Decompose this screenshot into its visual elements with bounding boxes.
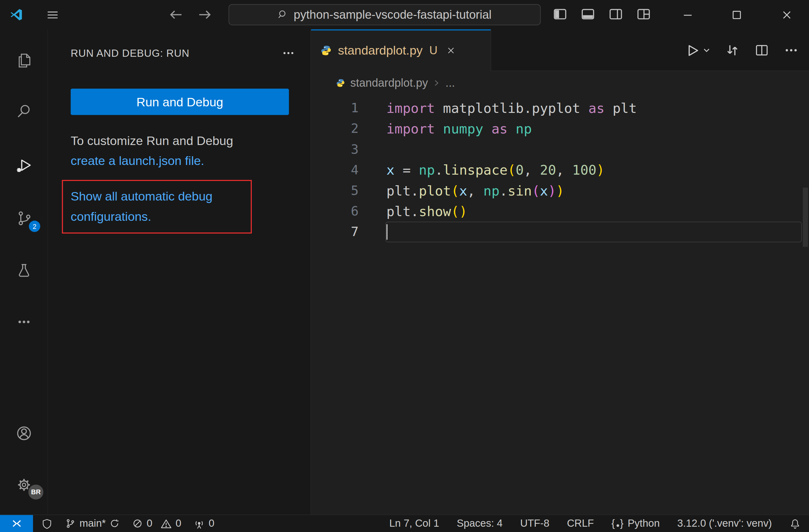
vscode-logo-icon bbox=[10, 8, 23, 22]
line-content bbox=[359, 222, 388, 242]
sync-icon bbox=[109, 518, 120, 529]
account-item[interactable] bbox=[0, 419, 48, 447]
line-content bbox=[359, 139, 386, 160]
customize-layout-button[interactable] bbox=[636, 6, 651, 22]
workspace-trust-button[interactable] bbox=[41, 518, 52, 529]
show-auto-debug-configs-link[interactable]: Show all automatic debug configurations. bbox=[71, 186, 243, 226]
layout-controls bbox=[552, 6, 651, 22]
code-line[interactable]: 1import matplotlib.pyplot as plt bbox=[311, 98, 809, 119]
run-python-file-button[interactable] bbox=[685, 42, 710, 58]
toggle-secondary-sidebar-button[interactable] bbox=[608, 6, 624, 22]
account-icon bbox=[15, 424, 33, 442]
language-name: Python bbox=[628, 518, 660, 530]
code-line[interactable]: 6plt.show() bbox=[311, 201, 809, 222]
beaker-icon bbox=[15, 262, 32, 279]
python-file-icon bbox=[321, 45, 332, 56]
line-number: 5 bbox=[311, 180, 359, 201]
status-problems[interactable]: 0 0 bbox=[132, 518, 182, 530]
status-bar: main* 0 0 0 Ln 7, Col 1 Spaces: 4 UTF-8 bbox=[0, 515, 809, 532]
code-editor[interactable]: 1import matplotlib.pyplot as plt2import … bbox=[311, 95, 809, 515]
ellipsis-icon bbox=[15, 313, 32, 330]
sidebar-header: RUN AND DEBUG: RUN bbox=[71, 43, 295, 63]
remote-indicator-button[interactable] bbox=[0, 515, 33, 532]
customize-hint: To customize Run and Debug create a laun… bbox=[71, 130, 293, 171]
split-editor-button[interactable] bbox=[754, 43, 769, 58]
code-line[interactable]: 5plt.plot(x, np.sin(x)) bbox=[311, 180, 809, 201]
bell-icon bbox=[789, 518, 801, 529]
maximize-button[interactable] bbox=[722, 0, 751, 29]
current-line-highlight bbox=[385, 222, 802, 242]
status-indentation[interactable]: Spaces: 4 bbox=[457, 518, 503, 530]
code-line[interactable]: 2import numpy as np bbox=[311, 119, 809, 139]
text-cursor bbox=[386, 224, 388, 240]
minimize-button[interactable] bbox=[673, 0, 702, 29]
status-language[interactable]: {} Python bbox=[612, 518, 660, 530]
breadcrumb-file[interactable]: standardplot.py bbox=[350, 76, 428, 90]
sidebar-title: RUN AND DEBUG: RUN bbox=[71, 47, 190, 59]
forward-button[interactable] bbox=[196, 6, 213, 23]
line-number: 7 bbox=[311, 222, 359, 242]
line-number: 2 bbox=[311, 119, 359, 139]
title-bar: python-sample-vscode-fastapi-tutorial bbox=[0, 0, 809, 29]
warnings-icon bbox=[161, 518, 172, 529]
more-views-item[interactable] bbox=[0, 307, 48, 336]
status-bar-left: main* 0 0 0 bbox=[0, 515, 214, 532]
error-count: 0 bbox=[147, 518, 152, 530]
settings-item[interactable]: BR bbox=[0, 470, 48, 499]
breadcrumb[interactable]: standardplot.py ... bbox=[311, 71, 809, 95]
tab-filename: standardplot.py bbox=[338, 43, 423, 57]
status-bar-right: Ln 7, Col 1 Spaces: 4 UTF-8 CRLF {} Pyth… bbox=[389, 515, 809, 532]
open-changes-button[interactable] bbox=[725, 43, 740, 58]
annotation-red-box: Show all automatic debug configurations. bbox=[62, 180, 252, 234]
code-line[interactable]: 7 bbox=[311, 222, 809, 242]
breadcrumb-symbol[interactable]: ... bbox=[446, 76, 455, 90]
menu-button[interactable] bbox=[46, 8, 60, 22]
line-content: x = np.linspace(0, 20, 100) bbox=[359, 160, 604, 180]
main-area: 2 BR RUN AND DEBUG: RUN bbox=[0, 29, 809, 515]
run-and-debug-button[interactable]: Run and Debug bbox=[71, 89, 289, 115]
status-python-interpreter[interactable]: 3.12.0 ('.venv': venv) bbox=[677, 518, 772, 530]
explorer-item[interactable] bbox=[0, 46, 48, 75]
search-icon bbox=[15, 102, 32, 120]
notifications-bell-button[interactable] bbox=[789, 518, 801, 529]
create-launch-json-link[interactable]: create a launch.json file. bbox=[71, 154, 204, 168]
line-content: import numpy as np bbox=[359, 119, 532, 139]
run-debug-item[interactable] bbox=[0, 150, 48, 180]
line-number: 4 bbox=[311, 160, 359, 180]
views-more-actions-button[interactable] bbox=[282, 47, 295, 60]
search-icon bbox=[278, 10, 289, 20]
close-button[interactable] bbox=[773, 0, 802, 29]
activity-bar: 2 BR bbox=[0, 29, 48, 515]
search-item[interactable] bbox=[0, 96, 48, 125]
errors-icon bbox=[132, 518, 143, 529]
code-line[interactable]: 3 bbox=[311, 139, 809, 160]
status-ports[interactable]: 0 bbox=[194, 518, 214, 530]
branch-name: main* bbox=[80, 518, 106, 530]
ports-count: 0 bbox=[209, 518, 214, 530]
chevron-right-icon bbox=[433, 79, 440, 87]
tab-standardplot-py[interactable]: standardplot.py U bbox=[311, 29, 491, 71]
back-button[interactable] bbox=[168, 6, 185, 23]
status-encoding[interactable]: UTF-8 bbox=[520, 518, 549, 530]
search-text: python-sample-vscode-fastapi-tutorial bbox=[294, 8, 492, 22]
code-line[interactable]: 4x = np.linspace(0, 20, 100) bbox=[311, 160, 809, 180]
status-line-col[interactable]: Ln 7, Col 1 bbox=[389, 518, 439, 530]
run-debug-sidebar: RUN AND DEBUG: RUN Run and Debug To cust… bbox=[48, 29, 311, 515]
editor-scrollbar[interactable] bbox=[803, 188, 808, 247]
customize-hint-text: To customize Run and Debug bbox=[71, 134, 234, 147]
more-actions-button[interactable] bbox=[784, 43, 799, 58]
command-center-search[interactable]: python-sample-vscode-fastapi-tutorial bbox=[229, 4, 541, 25]
source-control-item[interactable]: 2 bbox=[0, 203, 48, 233]
status-branch[interactable]: main* bbox=[65, 518, 120, 530]
testing-item[interactable] bbox=[0, 256, 48, 285]
status-eol[interactable]: CRLF bbox=[567, 518, 594, 530]
line-content: plt.plot(x, np.sin(x)) bbox=[359, 180, 564, 201]
tab-close-button[interactable] bbox=[446, 45, 456, 55]
line-number: 1 bbox=[311, 98, 359, 119]
broadcast-icon bbox=[194, 518, 205, 529]
warning-count: 0 bbox=[176, 518, 181, 530]
toggle-primary-sidebar-button[interactable] bbox=[552, 6, 568, 22]
profile-badge: BR bbox=[28, 484, 45, 501]
editor-tab-bar: standardplot.py U bbox=[311, 29, 809, 71]
toggle-panel-button[interactable] bbox=[580, 6, 596, 22]
